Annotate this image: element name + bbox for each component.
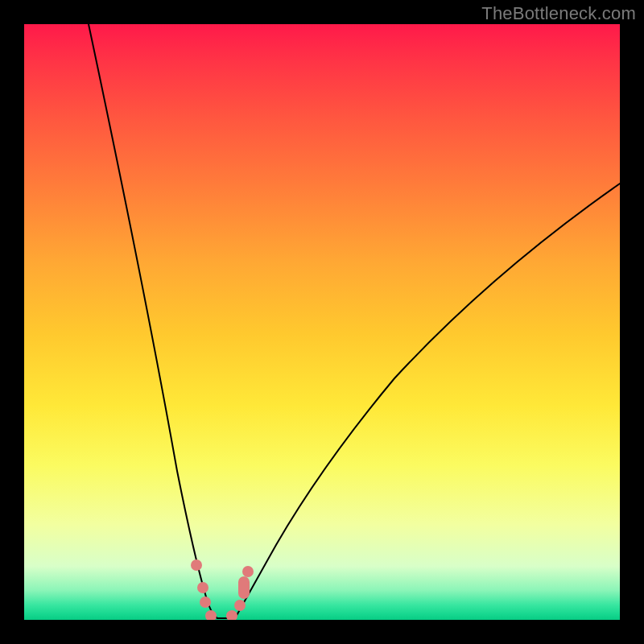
data-marker (197, 582, 208, 593)
plot-area (24, 24, 620, 620)
curve-left-branch (89, 24, 217, 618)
data-marker (191, 559, 202, 571)
data-marker (238, 576, 250, 599)
curve-right-branch (235, 184, 620, 618)
curve-layer (24, 24, 620, 620)
data-marker (205, 610, 217, 620)
chart-stage: TheBottleneck.com (0, 0, 644, 644)
data-marker (242, 566, 254, 577)
data-marker (234, 600, 246, 611)
data-marker (226, 610, 237, 620)
watermark-text: TheBottleneck.com (481, 3, 636, 24)
data-marker (200, 597, 211, 608)
